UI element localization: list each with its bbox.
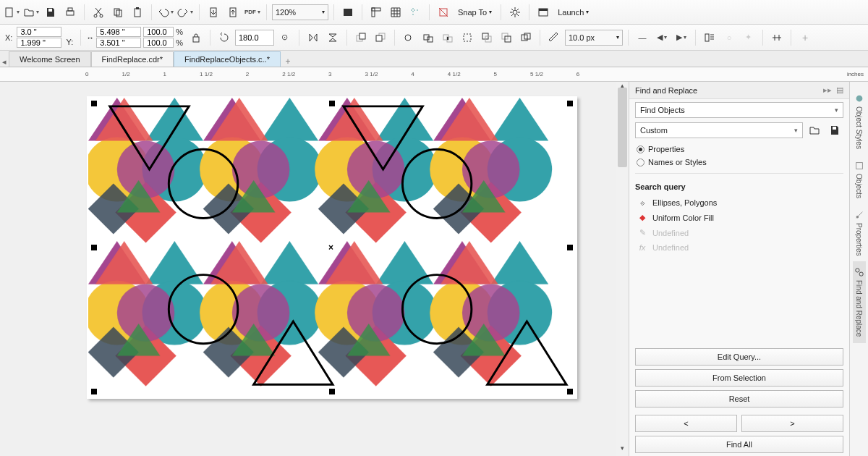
rotation-center-button[interactable]: ⊙ [276, 29, 294, 46]
query-row-outline-label: Undefined [652, 229, 689, 237]
handle-nw[interactable] [91, 101, 97, 106]
to-back-button[interactable] [372, 29, 389, 46]
radio-properties[interactable]: Properties [635, 143, 843, 156]
edit-anchor-button[interactable]: ✦ [740, 29, 757, 46]
trim-button[interactable] [420, 29, 437, 46]
height-input[interactable] [96, 38, 141, 48]
snap-off-button[interactable] [435, 4, 452, 21]
new-button[interactable] [3, 4, 20, 21]
find-mode-select[interactable]: Find Objects▾ [635, 102, 843, 118]
panel-collapse-icon[interactable]: ▸▸ [823, 85, 832, 95]
query-row-fill[interactable]: ◆ Uniform Color Fill [635, 210, 843, 225]
find-next-button[interactable]: > [741, 415, 843, 432]
query-row-outline[interactable]: ✎ Undefined [635, 225, 843, 240]
save-preset-button[interactable] [826, 122, 843, 139]
x-input[interactable] [17, 27, 61, 37]
start-cap-button[interactable]: ◀ [653, 29, 671, 46]
svg-rect-12 [344, 9, 352, 16]
panel-menu-icon[interactable]: ▤ [836, 85, 843, 95]
wrap-text-button[interactable] [701, 29, 718, 46]
open-preset-button[interactable] [806, 122, 823, 139]
launch-icon[interactable] [535, 4, 552, 21]
handle-n[interactable] [329, 101, 335, 106]
simplify-button[interactable] [459, 29, 476, 46]
find-replace-panel: Find and Replace ▸▸ ▤ Find Objects▾ Cust… [629, 82, 849, 456]
scroll-down-icon[interactable]: ▾ [616, 444, 629, 456]
convert-curves-button[interactable]: ○ [720, 29, 738, 46]
undo-button[interactable] [157, 4, 174, 21]
panel-title: Find and Replace [635, 86, 697, 95]
y-input[interactable] [17, 38, 61, 48]
handle-se[interactable] [567, 389, 573, 394]
to-front-button[interactable] [352, 29, 370, 46]
fx-icon: fx [637, 243, 648, 252]
outline-width-select[interactable]: 10.0 px▾ [565, 30, 623, 46]
reset-button[interactable]: Reset [635, 390, 843, 408]
handle-s[interactable] [329, 389, 335, 394]
handle-sw[interactable] [91, 389, 97, 394]
handle-ne[interactable] [567, 101, 573, 106]
add-button[interactable]: + [796, 29, 814, 46]
from-selection-button[interactable]: From Selection [635, 369, 843, 387]
scalex-input[interactable] [143, 27, 174, 37]
align-button[interactable] [768, 29, 786, 46]
export-button[interactable] [224, 4, 242, 21]
pen-icon: ✎ [637, 228, 648, 237]
handle-e[interactable] [567, 245, 573, 250]
tabs-prev[interactable]: ◂ [0, 57, 9, 67]
zoom-select[interactable]: 120%▾ [272, 4, 328, 20]
paste-button[interactable] [129, 4, 146, 21]
mirror-h-button[interactable] [305, 29, 322, 46]
boundary-button[interactable] [517, 29, 535, 46]
copy-button[interactable] [109, 4, 127, 21]
find-prev-button[interactable]: < [635, 415, 737, 432]
save-button[interactable] [42, 4, 59, 21]
scroll-thumb[interactable] [618, 88, 627, 167]
tab-objects[interactable]: Objects [853, 155, 866, 204]
front-minus-back-button[interactable] [478, 29, 495, 46]
radio-names[interactable]: Names or Styles [635, 156, 843, 169]
pct-label-1: % [174, 28, 185, 36]
mirror-v-button[interactable] [324, 29, 341, 46]
import-button[interactable] [205, 4, 222, 21]
snap-to-dropdown[interactable]: Snap To▾ [454, 8, 495, 17]
canvas-area[interactable]: × ▴ ▾ [0, 82, 629, 456]
vertical-scrollbar[interactable]: ▴ ▾ [616, 82, 629, 456]
query-row-fx[interactable]: fx Undefined [635, 240, 843, 255]
radio-properties-indicator [637, 145, 644, 153]
options-button[interactable] [506, 4, 524, 21]
preset-select[interactable]: Custom▾ [635, 122, 803, 138]
lock-ratio-button[interactable] [187, 29, 205, 46]
grid-button[interactable] [387, 4, 404, 21]
redo-button[interactable] [176, 4, 194, 21]
rulers-button[interactable] [367, 4, 385, 21]
zoom-value: 120% [276, 8, 296, 17]
weld-button[interactable] [400, 29, 417, 46]
intersect-button[interactable] [439, 29, 456, 46]
tab-find-replace[interactable]: Find and Replace [853, 261, 866, 342]
width-input[interactable] [96, 27, 141, 37]
tab-doc2[interactable]: FindReplaceObjects.c..* [174, 51, 281, 67]
tab-object-styles[interactable]: Object Styles [853, 88, 866, 155]
svg-point-56 [856, 96, 862, 102]
launch-dropdown[interactable]: Launch▾ [554, 8, 592, 17]
rotation-input[interactable] [235, 30, 274, 46]
end-cap-button[interactable]: ▶ [673, 29, 690, 46]
cut-button[interactable] [90, 4, 107, 21]
fullscreen-button[interactable] [339, 4, 357, 21]
back-minus-front-button[interactable] [498, 29, 515, 46]
tab-properties[interactable]: Properties [853, 204, 866, 262]
scaley-input[interactable] [143, 38, 174, 48]
guides-button[interactable] [407, 4, 424, 21]
line-style-button[interactable]: — [634, 29, 651, 46]
query-row-shapes[interactable]: ⟐ Ellipses, Polygons [635, 195, 843, 210]
edit-query-button[interactable]: Edit Query... [635, 348, 843, 366]
tab-add[interactable]: + [281, 56, 295, 67]
handle-w[interactable] [91, 245, 97, 250]
open-button[interactable] [22, 4, 40, 21]
find-all-button[interactable]: Find All [635, 436, 843, 453]
tab-welcome[interactable]: Welcome Screen [9, 51, 91, 67]
print-button[interactable] [61, 4, 79, 21]
tab-doc1[interactable]: FindReplace.cdr* [91, 51, 174, 67]
pdf-button[interactable]: PDF [244, 4, 261, 21]
